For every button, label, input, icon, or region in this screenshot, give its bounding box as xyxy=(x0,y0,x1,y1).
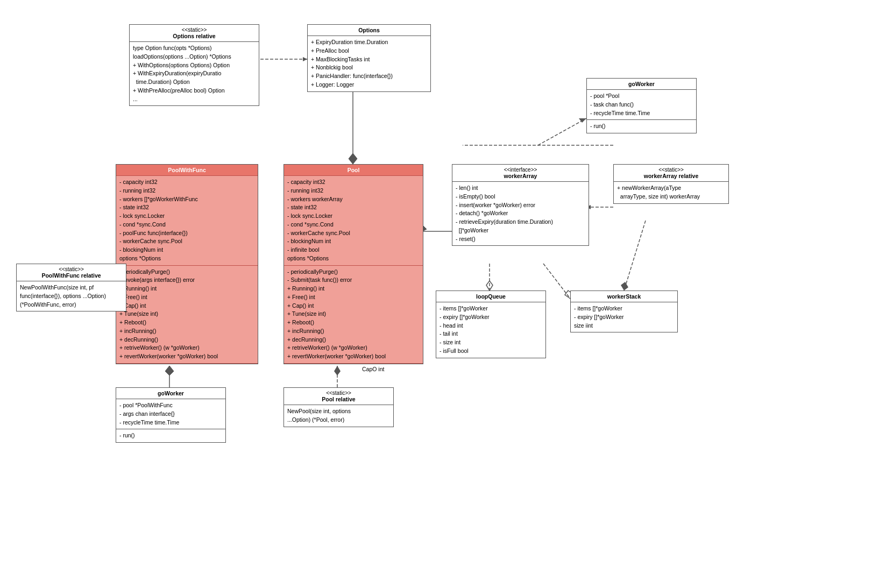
pool-box: Pool - capacity int32 - running int32 - … xyxy=(284,164,423,364)
goworker-top-box: goWorker - pool *Pool - task chan func()… xyxy=(586,78,697,133)
svg-line-4 xyxy=(538,118,586,145)
options-title: Options xyxy=(358,27,380,33)
workerarray-relative-box: <<static>> workerArray relative + newWor… xyxy=(613,164,729,204)
svg-marker-22 xyxy=(621,282,628,291)
pool-relative-box: <<static>> Pool relative NewPool(size in… xyxy=(284,387,394,427)
options-fields: + ExpiryDuration time.Duration + PreAllo… xyxy=(308,36,430,91)
diagram-container: Options + ExpiryDuration time.Duration +… xyxy=(0,0,893,588)
options-relative-header: <<static>> Options relative xyxy=(130,25,259,42)
options-box: Options + ExpiryDuration time.Duration +… xyxy=(307,24,431,92)
loopqueue-box: loopQueue - items []*goWorker - expiry [… xyxy=(436,291,546,358)
poolwithfunc-box: PoolWithFunc - capacity int32 - running … xyxy=(116,164,258,364)
workerarray-box: <<interface>> workerArray - len() int - … xyxy=(452,164,589,246)
options-relative-box: <<static>> Options relative type Option … xyxy=(129,24,259,106)
svg-marker-11 xyxy=(486,281,493,291)
workerstack-box: workerStack - items []*goWorker - expiry… xyxy=(570,291,678,332)
goworker-bottom-box: goWorker - pool *PoolWithFunc - args cha… xyxy=(116,387,226,443)
cap-int-label: CapO int xyxy=(362,366,384,372)
svg-line-12 xyxy=(543,264,570,299)
svg-line-21 xyxy=(624,221,646,291)
poolwithfunc-relative-box: <<static>> PoolWithFunc relative NewPool… xyxy=(16,264,126,311)
options-relative-fields: type Option func(opts *Options) loadOpti… xyxy=(130,42,259,105)
svg-marker-1 xyxy=(349,153,357,164)
svg-marker-17 xyxy=(334,366,341,376)
options-header: Options xyxy=(308,25,430,36)
svg-marker-5 xyxy=(579,118,586,123)
svg-marker-19 xyxy=(165,366,174,376)
svg-marker-3 xyxy=(303,57,307,61)
